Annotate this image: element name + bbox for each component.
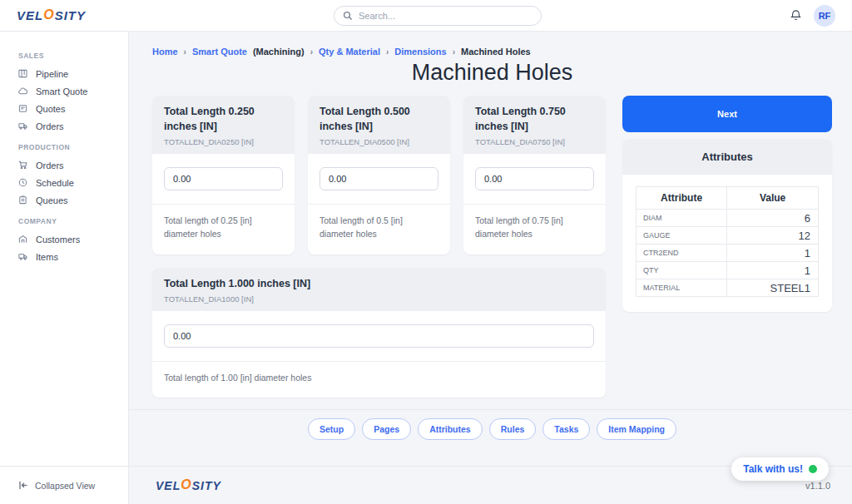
attribute-name: MATERIAL (637, 279, 727, 297)
card-title: Total Length 0.250 inches [IN] (164, 105, 283, 134)
notifications-button[interactable] (790, 9, 802, 22)
sidebar-item-label: Pipeline (36, 69, 68, 79)
card-title: Total Length 0.750 inches [IN] (475, 105, 594, 134)
sidebar-section-sales: SALES (0, 52, 128, 60)
attribute-value: STEEL1 (727, 279, 819, 297)
tab-pages[interactable]: Pages (362, 418, 411, 440)
sidebar-section-company: COMPANY (0, 217, 128, 225)
dimension-cards: Total Length 0.250 inches [IN] TOTALLEN_… (152, 96, 606, 398)
avatar[interactable]: RF (814, 5, 835, 27)
dimension-card-0250: Total Length 0.250 inches [IN] TOTALLEN_… (152, 96, 295, 254)
card-body (308, 154, 450, 204)
card-description: Total length of 0.5 [in] diameter holes (308, 204, 450, 254)
card-body (152, 154, 295, 204)
tab-tasks[interactable]: Tasks (542, 418, 590, 440)
card-header: Total Length 0.750 inches [IN] TOTALLEN_… (463, 96, 606, 154)
search-input[interactable] (359, 11, 532, 21)
tab-rules[interactable]: Rules (489, 418, 537, 440)
tab-item-mapping[interactable]: Item Mapping (597, 418, 676, 440)
breadcrumb-smart-quote[interactable]: Smart Quote (192, 47, 247, 57)
logo-vel: VEL (17, 8, 43, 22)
breadcrumb-separator: › (453, 47, 455, 57)
tab-setup[interactable]: Setup (308, 418, 355, 440)
attribute-value: 1 (727, 245, 819, 262)
table-row: GAUGE 12 (637, 227, 819, 245)
table-row: QTY 1 (637, 262, 819, 279)
card-header: Total Length 0.250 inches [IN] TOTALLEN_… (152, 96, 295, 154)
logo[interactable]: VELOSITY (17, 8, 86, 23)
search-icon (343, 11, 353, 21)
sidebar-item-orders-production[interactable]: Orders (0, 156, 128, 174)
breadcrumb-home[interactable]: Home (152, 47, 178, 57)
dimension-input-0500[interactable] (320, 167, 438, 190)
attribute-value: 6 (727, 210, 819, 227)
sidebar-item-pipeline[interactable]: Pipeline (0, 65, 128, 82)
sidebar-item-label: Schedule (36, 178, 74, 188)
version-label: v1.1.0 (805, 481, 830, 491)
app: VELOSITY RF SALES Pipeline Smart Qu (0, 0, 852, 504)
sidebar-item-orders-sales[interactable]: Orders (0, 117, 128, 135)
card-code: TOTALLEN_DIA0750 [IN] (475, 137, 594, 146)
card-body (463, 154, 606, 204)
attribute-name: CTR2END (637, 245, 727, 262)
attributes-panel-title: Attributes (622, 139, 832, 175)
attributes-table: Attribute Value DIAM 6 (636, 186, 819, 297)
sidebar: SALES Pipeline Smart Quote Quotes Orders… (0, 32, 129, 504)
sidebar-item-items[interactable]: Items (0, 248, 128, 265)
online-status-icon (809, 465, 817, 473)
topbar-middle (86, 6, 790, 26)
pipeline-icon (18, 69, 27, 78)
collapsed-view-label: Collapsed View (35, 481, 95, 491)
content: Home › Smart Quote (Machining) › Qty & M… (129, 32, 852, 466)
document-icon (18, 104, 27, 113)
sidebar-item-quotes[interactable]: Quotes (0, 100, 128, 117)
table-row: DIAM 6 (637, 210, 819, 227)
attribute-name: DIAM (637, 210, 727, 227)
card-code: TOTALLEN_DIA0500 [IN] (320, 137, 438, 146)
breadcrumb-qty-material[interactable]: Qty & Material (319, 47, 380, 57)
top-bar: VELOSITY RF (0, 0, 852, 32)
breadcrumb-current: Machined Holes (461, 47, 531, 57)
attributes-panel: Attributes Attribute Value (622, 139, 832, 312)
cart-icon (18, 161, 27, 170)
building-icon (18, 235, 27, 244)
logo-o: O (181, 477, 191, 492)
sidebar-section-production: PRODUCTION (0, 143, 128, 151)
config-tabs: Setup Pages Attributes Rules Tasks Item … (152, 410, 832, 450)
card-header: Total Length 0.500 inches [IN] TOTALLEN_… (308, 96, 450, 154)
sidebar-item-label: Orders (36, 121, 64, 131)
truck-icon (18, 252, 27, 261)
columns: Total Length 0.250 inches [IN] TOTALLEN_… (152, 96, 832, 398)
logo-sity: SITY (192, 479, 221, 492)
tab-attributes[interactable]: Attributes (418, 418, 483, 440)
topbar-right: RF (790, 5, 835, 27)
dimension-card-1000: Total Length 1.000 inches [IN] TOTALLEN_… (152, 268, 606, 398)
logo-sity: SITY (55, 8, 86, 22)
attribute-value: 12 (727, 227, 819, 245)
search-box[interactable] (334, 6, 542, 26)
chat-widget[interactable]: Talk with us! (731, 457, 829, 481)
sidebar-item-label: Quotes (36, 104, 65, 114)
card-header: Total Length 1.000 inches [IN] TOTALLEN_… (152, 268, 606, 312)
sidebar-item-queues[interactable]: Queues (0, 191, 128, 209)
breadcrumb-dimensions[interactable]: Dimensions (394, 47, 446, 57)
right-panel: Next Attributes Attribute Value (622, 96, 832, 312)
sidebar-item-label: Customers (36, 235, 80, 245)
chat-label: Talk with us! (743, 463, 803, 475)
clock-icon (18, 178, 27, 187)
next-button[interactable]: Next (622, 96, 832, 132)
collapse-sidebar-button[interactable]: Collapsed View (0, 466, 128, 504)
dimension-card-0750: Total Length 0.750 inches [IN] TOTALLEN_… (463, 96, 606, 254)
footer-logo: VELOSITY (156, 478, 221, 493)
card-code: TOTALLEN_DIA1000 [IN] (164, 294, 594, 304)
card-code: TOTALLEN_DIA0250 [IN] (164, 137, 283, 146)
sidebar-item-customers[interactable]: Customers (0, 230, 128, 248)
dimension-input-0250[interactable] (164, 167, 283, 190)
sidebar-item-label: Queues (36, 195, 68, 205)
attributes-header-row: Attribute Value (637, 187, 819, 210)
dimension-input-1000[interactable] (164, 324, 594, 348)
sidebar-item-schedule[interactable]: Schedule (0, 174, 128, 191)
table-row: CTR2END 1 (637, 245, 819, 262)
dimension-input-0750[interactable] (475, 167, 594, 190)
sidebar-item-smart-quote[interactable]: Smart Quote (0, 82, 128, 100)
